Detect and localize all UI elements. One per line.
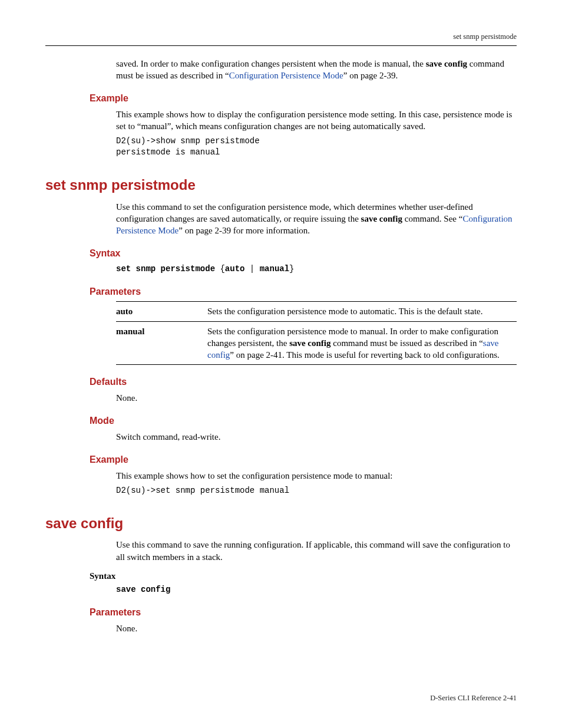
cmd2-parameters-text: None. [116,622,517,634]
param-name: auto [116,302,207,321]
cmd1-description: Use this command to set the configuratio… [116,201,517,237]
heading-set-snmp-persistmode: set snmp persistmode [45,176,517,195]
page-footer: D-Series CLI Reference 2-41 [430,693,517,703]
running-header: set snmp persistmode [45,32,517,46]
table-row: auto Sets the configuration persistence … [116,302,517,321]
heading-save-config: save config [45,514,517,533]
cmd1-params-table-wrap: auto Sets the configuration persistence … [116,301,517,365]
example1-code: D2(su)->show snmp persistmode persistmod… [116,136,517,158]
heading-example-2: Example [90,453,517,466]
heading-example: Example [90,92,517,105]
heading-syntax-2: Syntax [90,570,517,582]
cmd2-description: Use this command to save the running con… [116,539,517,563]
link-config-persistence-mode[interactable]: Configuration Persistence Mode [229,71,343,80]
cmd1-syntax: set snmp persistmode {auto | manual} [116,263,517,275]
heading-mode: Mode [90,414,517,427]
running-title: set snmp persistmode [453,32,517,41]
param-name: manual [116,321,207,365]
cmd1-example-code: D2(su)->set snmp persistmode manual [116,485,517,496]
footer-text: D-Series CLI Reference 2-41 [430,694,517,702]
heading-parameters-2: Parameters [90,606,517,619]
cmd1-defaults-text: None. [116,392,517,404]
param-desc: Sets the configuration persistence mode … [207,302,517,321]
heading-syntax: Syntax [90,247,517,260]
param-desc: Sets the configuration persistence mode … [207,321,517,365]
cmd1-example-text: This example shows how to set the config… [116,470,517,482]
cmd2-syntax: save config [116,584,517,595]
table-row: manual Sets the configuration persistenc… [116,321,517,365]
heading-defaults: Defaults [90,375,517,388]
intro-paragraph: saved. In order to make configuration ch… [116,58,517,82]
cmd1-params-table: auto Sets the configuration persistence … [116,301,517,365]
example1-text: This example shows how to display the co… [116,108,517,133]
heading-parameters: Parameters [90,285,517,298]
cmd1-mode-text: Switch command, read-write. [116,431,517,443]
